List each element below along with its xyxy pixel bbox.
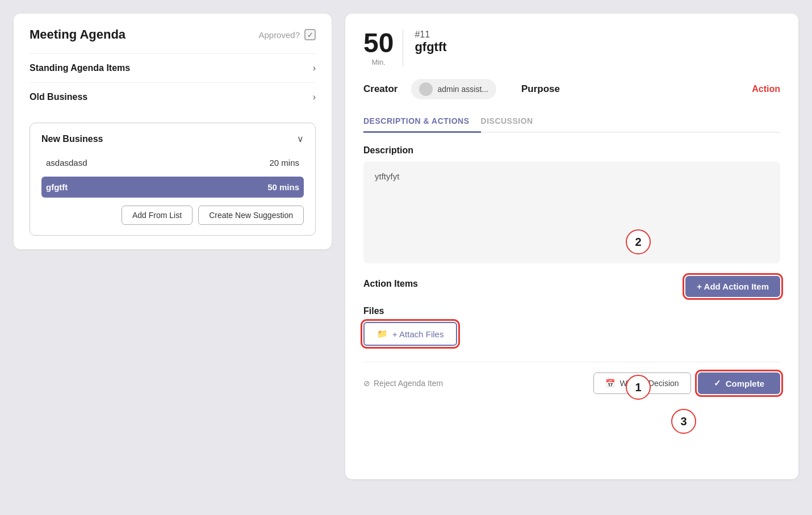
bottom-right-buttons: 📅 Withold Decision ✓ Complete (593, 372, 780, 394)
agenda-name: gfgtft (415, 40, 446, 55)
tab-discussion[interactable]: DISCUSSION (481, 111, 545, 133)
approved-label: Approved? (258, 30, 300, 40)
add-action-item-button[interactable]: + Add Action Item (685, 276, 780, 297)
business-item-name-1: asdasdasd (46, 158, 87, 168)
add-from-list-button[interactable]: Add From List (122, 206, 192, 225)
right-panel: 50 Min. #11 gfgtft Creator admin assist.… (345, 14, 798, 479)
reject-agenda-item-button[interactable]: ⊘ Reject Agenda Item (363, 379, 443, 388)
old-business-item[interactable]: Old Business › (30, 82, 316, 111)
new-business-header: New Business ∨ (41, 133, 304, 144)
business-item-asdasdasd[interactable]: asdasdasd 20 mins (41, 152, 304, 173)
left-panel: Meeting Agenda Approved? Standing Agenda… (14, 14, 332, 249)
meeting-agenda-title: Meeting Agenda (30, 27, 125, 42)
business-item-name-2: gfgtft (46, 182, 68, 192)
creator-label: Creator (363, 83, 397, 95)
old-business-label: Old Business (30, 92, 87, 102)
complete-button[interactable]: ✓ Complete (698, 372, 780, 394)
new-business-section: New Business ∨ asdasdasd 20 mins gfgtft … (30, 123, 316, 236)
complete-label: Complete (726, 379, 764, 388)
attach-files-button[interactable]: 📁 + Attach Files (363, 322, 457, 346)
bottom-actions: ⊘ Reject Agenda Item 📅 Withold Decision … (363, 362, 780, 394)
create-new-suggestion-button[interactable]: Create New Suggestion (198, 206, 304, 225)
purpose-label: Purpose (521, 83, 560, 95)
folder-plus-icon: 📁 (377, 329, 388, 339)
minutes-block: 50 Min. (363, 30, 403, 66)
annotation-circle-2: 2 (626, 229, 651, 254)
avatar (419, 82, 433, 96)
chevron-right-icon: › (313, 63, 316, 73)
checkmark-icon: ✓ (714, 378, 721, 388)
approved-section: Approved? (258, 29, 316, 40)
description-label: Description (363, 145, 780, 156)
description-box: ytftyfyt (363, 161, 780, 263)
card-header: Meeting Agenda Approved? (30, 27, 316, 42)
annotation-circle-3: 3 (671, 409, 696, 434)
tabs-bar: DESCRIPTION & ACTIONS DISCUSSION (363, 111, 780, 133)
attach-files-label: + Attach Files (392, 329, 443, 339)
action-link[interactable]: Action (752, 84, 780, 94)
standing-agenda-label: Standing Agenda Items (30, 63, 130, 73)
description-text: ytftyfyt (375, 171, 399, 181)
reject-icon: ⊘ (363, 379, 370, 388)
creator-row: Creator admin assist... Purpose Action (363, 79, 780, 99)
files-section: Files 📁 + Attach Files (363, 306, 780, 346)
minutes-label: Min. (371, 58, 386, 66)
business-item-mins-1: 20 mins (269, 158, 299, 168)
approved-checkbox[interactable] (304, 29, 316, 40)
annotation-circle-1: 1 (626, 375, 651, 400)
new-business-title: New Business (41, 134, 103, 144)
creator-chip: admin assist... (411, 79, 496, 99)
chevron-down-icon: ∨ (297, 133, 304, 144)
calendar-icon: 📅 (605, 379, 615, 388)
business-item-mins-2: 50 mins (267, 182, 299, 192)
business-item-gfgtft[interactable]: gfgtft 50 mins (41, 177, 304, 198)
standing-agenda-item[interactable]: Standing Agenda Items › (30, 53, 316, 82)
minutes-number: 50 (363, 30, 394, 57)
creator-name: admin assist... (437, 85, 488, 94)
tab-description-actions[interactable]: DESCRIPTION & ACTIONS (363, 111, 481, 133)
chevron-right-icon-2: › (313, 92, 316, 102)
files-label: Files (363, 306, 780, 316)
reject-label: Reject Agenda Item (374, 379, 443, 388)
new-business-action-buttons: Add From List Create New Suggestion (41, 206, 304, 225)
agenda-info: #11 gfgtft (412, 30, 446, 55)
action-items-header: Action Items + Add Action Item (363, 276, 780, 297)
meeting-agenda-card: Meeting Agenda Approved? Standing Agenda… (14, 14, 332, 249)
agenda-meta: 50 Min. #11 gfgtft (363, 30, 780, 66)
action-items-label: Action Items (363, 279, 418, 289)
agenda-number: #11 (415, 30, 446, 40)
